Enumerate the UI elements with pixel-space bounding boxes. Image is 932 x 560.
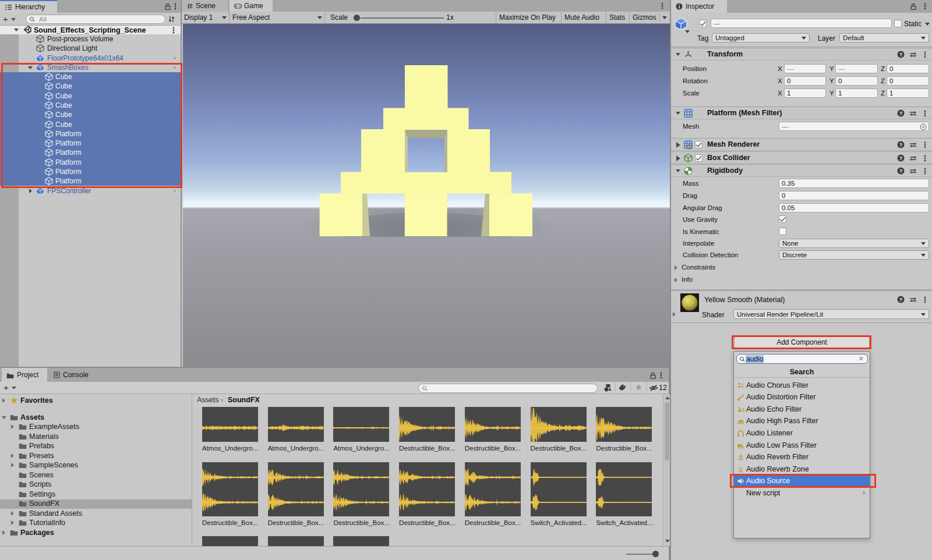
svg-text:?: ? bbox=[899, 52, 903, 58]
svg-text:?: ? bbox=[899, 142, 903, 148]
svg-text:?: ? bbox=[899, 111, 903, 116]
svg-text:?: ? bbox=[899, 168, 903, 174]
svg-text:?: ? bbox=[899, 297, 903, 303]
svg-text:?: ? bbox=[899, 155, 903, 161]
